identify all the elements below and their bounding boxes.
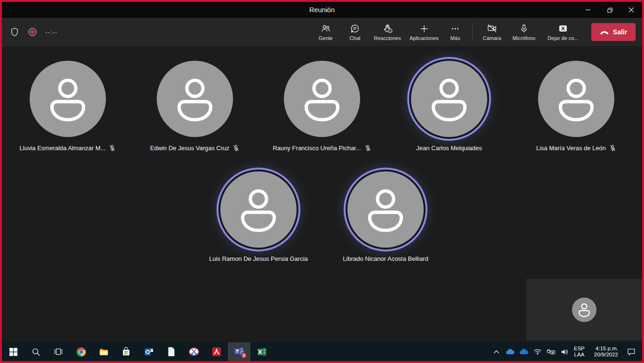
snipping-tool-button[interactable] xyxy=(183,342,205,361)
recording-indicator xyxy=(28,28,37,36)
participant-tile[interactable]: Lisa María Veras de León xyxy=(513,61,640,152)
ellipsis-icon xyxy=(450,24,460,34)
participant-tile[interactable]: Luis Ramon De Jesus Persia Garcia xyxy=(195,171,322,262)
teams-button[interactable]: 3 xyxy=(228,342,250,361)
language-indicator[interactable]: ESP LAA xyxy=(574,346,585,358)
participant-name: Luis Ramon De Jesus Persia Garcia xyxy=(209,255,308,262)
teams-notification-badge: 3 xyxy=(241,352,247,359)
camera-off-icon xyxy=(487,23,498,34)
search-button[interactable] xyxy=(24,342,47,361)
outlook-button[interactable] xyxy=(137,342,160,361)
restore-icon xyxy=(607,7,613,13)
microsoft-store-button[interactable] xyxy=(115,342,137,361)
participant-tile[interactable]: Jean Carlos Melquiades xyxy=(386,61,513,152)
meeting-timer: --:-- xyxy=(45,29,57,36)
onedrive-cloud-icon[interactable] xyxy=(519,348,529,355)
person-icon xyxy=(294,71,350,127)
self-avatar xyxy=(572,298,596,322)
stop-sharing-icon xyxy=(557,24,569,34)
leave-button[interactable]: Salir xyxy=(591,23,636,41)
excel-button[interactable] xyxy=(250,342,273,361)
meeting-toolbar: --:-- Gente Chat xyxy=(2,18,642,46)
window-controls xyxy=(577,2,642,18)
reactions-label: Reacciones xyxy=(374,35,401,41)
avatar xyxy=(538,61,614,137)
minimize-icon xyxy=(585,7,591,13)
chrome-button[interactable] xyxy=(70,342,92,361)
more-button[interactable]: Más xyxy=(443,20,467,44)
shield-icon[interactable] xyxy=(9,27,20,37)
participants-row-2: Luis Ramon De Jesus Persia Garcia Librad… xyxy=(2,171,642,262)
person-icon xyxy=(548,71,604,127)
camera-label: Cámara xyxy=(483,35,501,41)
start-button[interactable] xyxy=(2,342,24,361)
clock[interactable]: 4:15 p.m. 20/9/2022 xyxy=(589,346,618,358)
mic-muted-icon xyxy=(609,145,616,152)
reactions-button[interactable]: Reacciones xyxy=(370,20,405,44)
leave-label: Salir xyxy=(613,28,627,36)
mic-muted-icon xyxy=(364,145,371,152)
stop-sharing-button[interactable]: Dejar de co... xyxy=(541,20,585,44)
file-explorer-icon xyxy=(98,347,109,357)
more-label: Más xyxy=(451,35,460,41)
keyboard-layout: LAA xyxy=(574,352,585,358)
teams-meeting-window: Reunión --:-- xyxy=(0,0,644,363)
participant-name: Lisa María Veras de León xyxy=(536,145,606,152)
search-icon xyxy=(32,347,40,356)
plus-icon xyxy=(419,24,429,34)
participant-name: Librado Nicanor Acosta Belliard xyxy=(343,255,428,262)
person-icon xyxy=(231,182,286,237)
volume-icon[interactable] xyxy=(560,348,570,355)
tray-chevron-up-icon[interactable] xyxy=(492,350,501,354)
document-button[interactable] xyxy=(160,342,183,361)
person-icon xyxy=(575,301,593,319)
chat-button[interactable]: Chat xyxy=(340,20,370,44)
power-status-icon[interactable] xyxy=(547,348,556,355)
toolbar-left: --:-- xyxy=(9,27,57,37)
person-icon xyxy=(40,71,96,127)
chrome-icon xyxy=(76,347,87,357)
avatar xyxy=(157,61,233,137)
avatar xyxy=(347,171,424,248)
document-icon xyxy=(167,347,176,357)
language-code: ESP xyxy=(574,346,585,352)
participant-tile[interactable]: Rauny Francisco Ureña Pichar... xyxy=(258,61,386,152)
apps-label: Aplicaciones xyxy=(410,35,439,41)
acrobat-button[interactable] xyxy=(205,342,228,361)
task-view-icon xyxy=(54,347,63,356)
taskbar-spacer xyxy=(273,342,492,361)
wifi-icon[interactable] xyxy=(533,348,542,355)
apps-button[interactable]: Aplicaciones xyxy=(405,20,443,44)
onedrive-cloud-icon[interactable] xyxy=(506,348,515,355)
participant-name: Lluvia Esmeralda Almanzar M... xyxy=(20,145,106,152)
hangup-icon xyxy=(600,29,609,35)
close-icon xyxy=(628,7,634,13)
participant-tile[interactable]: Edwin De Jesus Vargas Cruz xyxy=(131,61,258,152)
action-center-icon[interactable] xyxy=(625,348,637,356)
microphone-icon xyxy=(519,24,529,34)
task-view-button[interactable] xyxy=(47,342,70,361)
participant-tile[interactable]: Librado Nicanor Acosta Belliard xyxy=(322,171,449,262)
restore-button[interactable] xyxy=(599,2,620,18)
microphone-button[interactable]: Micrófono xyxy=(507,20,541,44)
people-icon xyxy=(321,24,331,34)
avatar xyxy=(411,61,487,137)
people-button[interactable]: Gente xyxy=(311,20,340,44)
participant-tile[interactable]: Lluvia Esmeralda Almanzar M... xyxy=(4,61,131,152)
avatar xyxy=(284,61,360,137)
minimize-button[interactable] xyxy=(577,2,599,18)
title-bar: Reunión xyxy=(2,2,642,18)
participant-name: Edwin De Jesus Vargas Cruz xyxy=(150,145,229,152)
window-title: Reunión xyxy=(2,6,642,14)
file-explorer-button[interactable] xyxy=(92,342,115,361)
person-icon xyxy=(167,71,223,127)
avatar xyxy=(30,61,106,137)
close-button[interactable] xyxy=(620,2,642,18)
windows-start-icon xyxy=(9,348,17,356)
self-view-tile[interactable] xyxy=(526,279,642,340)
person-icon xyxy=(421,71,477,127)
people-label: Gente xyxy=(319,35,333,41)
outlook-icon xyxy=(144,347,154,357)
camera-button[interactable]: Cámara xyxy=(477,20,507,44)
tray-date: 20/9/2022 xyxy=(589,352,618,358)
